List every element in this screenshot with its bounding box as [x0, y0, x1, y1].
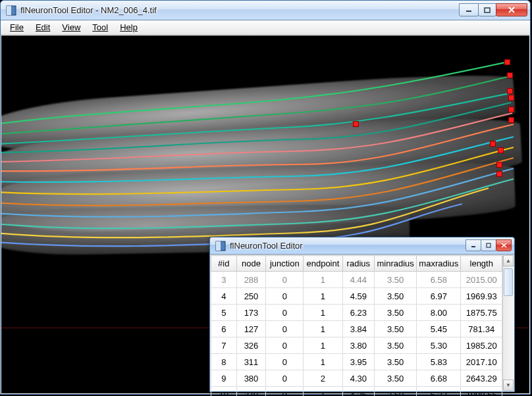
cell-minradius: 3.50	[374, 337, 416, 354]
endpoint-marker[interactable]	[507, 88, 513, 94]
col-length[interactable]: length	[461, 256, 502, 272]
cell-radius: 4.59	[342, 288, 374, 305]
cell-maxradius: 5.30	[417, 337, 461, 354]
cell-minradius: 3.50	[374, 387, 416, 397]
endpoint-marker[interactable]	[353, 121, 359, 127]
cell-id: 5	[211, 305, 237, 321]
maximize-button[interactable]	[478, 3, 496, 16]
cell-id: 7	[211, 337, 237, 354]
endpoint-marker[interactable]	[508, 117, 514, 123]
cell-endpoint: 1	[304, 321, 343, 337]
cell-endpoint: 1	[304, 354, 343, 370]
cell-endpoint: 1	[304, 337, 343, 354]
endpoint-marker[interactable]	[496, 171, 502, 177]
maximize-button[interactable]	[481, 239, 496, 251]
col-maxradius[interactable]: maxradius	[417, 256, 461, 272]
minimize-button[interactable]	[459, 3, 479, 16]
table-row[interactable]: 5173016.233.508.001875.75	[211, 305, 502, 321]
cell-node: 326	[236, 337, 266, 354]
app-icon	[6, 5, 16, 16]
table-row[interactable]: 4250014.593.506.971969.93	[211, 288, 502, 305]
table-row[interactable]: 6127013.843.505.45781.34	[211, 321, 502, 337]
close-button[interactable]	[496, 239, 512, 251]
cell-radius: 4.30	[342, 370, 374, 387]
menu-view[interactable]: View	[57, 21, 86, 34]
data-window: flNeuronTool Editor #id node ju	[209, 237, 515, 392]
cell-radius: 4.44	[342, 272, 374, 288]
endpoint-marker[interactable]	[490, 141, 496, 147]
scroll-down-button[interactable]: ▼	[503, 380, 514, 391]
col-endpoint[interactable]: endpoint	[304, 256, 343, 272]
cell-radius: 6.23	[342, 305, 374, 321]
minimize-button[interactable]	[466, 239, 481, 251]
app-icon	[215, 241, 226, 251]
window-buttons	[466, 240, 512, 251]
cell-junction: 0	[266, 305, 304, 321]
cell-junction: 0	[266, 387, 304, 397]
cell-endpoint: 1	[304, 272, 343, 288]
cell-node: 173	[236, 305, 266, 321]
cell-minradius: 3.50	[374, 272, 416, 288]
col-junction[interactable]: junction	[266, 256, 304, 272]
cell-junction: 0	[266, 272, 304, 288]
data-table-area: #id node junction endpoint radius minrad…	[211, 255, 514, 391]
cell-minradius: 3.50	[374, 354, 416, 370]
cell-length: 2017.10	[461, 354, 502, 370]
cell-length: 2015.00	[461, 272, 502, 288]
cell-node: 380	[236, 370, 266, 387]
table-row[interactable]: 9380024.303.506.682643.29	[211, 370, 502, 387]
cell-length: 1998.55	[461, 387, 502, 397]
endpoint-marker[interactable]	[507, 72, 513, 78]
cell-minradius: 3.50	[374, 370, 416, 387]
cell-junction: 0	[266, 370, 304, 387]
cell-endpoint: 1	[304, 387, 343, 397]
close-button[interactable]	[496, 3, 527, 16]
endpoint-marker[interactable]	[508, 107, 514, 112]
svg-rect-1	[7, 6, 11, 15]
table-body: 3288014.443.506.582015.004250014.593.506…	[211, 272, 502, 397]
scroll-up-button[interactable]: ▲	[503, 255, 514, 266]
cell-id: 6	[211, 321, 237, 337]
menu-edit[interactable]: Edit	[30, 21, 55, 34]
cell-length: 1985.20	[461, 337, 502, 354]
menu-help[interactable]: Help	[115, 21, 143, 34]
svg-rect-7	[216, 241, 221, 251]
cell-maxradius: 6.58	[417, 272, 461, 288]
endpoint-marker[interactable]	[496, 162, 502, 168]
cell-node: 311	[236, 354, 266, 370]
menubar: File Edit View Tool Help	[1, 20, 530, 35]
col-node[interactable]: node	[236, 256, 266, 272]
cell-endpoint: 2	[304, 370, 343, 387]
vertical-scrollbar[interactable]: ▲ ▼	[502, 255, 514, 391]
svg-rect-9	[487, 243, 491, 247]
endpoint-marker[interactable]	[498, 147, 504, 153]
table-row[interactable]: 8311013.953.505.832017.10	[211, 354, 502, 370]
menu-file[interactable]: File	[5, 21, 29, 34]
table-row[interactable]: 10270014.353.506.321998.55	[211, 387, 502, 397]
col-radius[interactable]: radius	[342, 256, 374, 272]
cell-node: 288	[236, 272, 266, 288]
cell-length: 781.34	[461, 321, 502, 337]
cell-maxradius: 5.83	[417, 354, 461, 370]
cell-junction: 0	[266, 321, 304, 337]
cell-junction: 0	[266, 354, 304, 370]
table-header: #id node junction endpoint radius minrad…	[211, 256, 502, 272]
cell-length: 1875.75	[461, 305, 502, 321]
menu-tool[interactable]: Tool	[87, 21, 113, 34]
col-id[interactable]: #id	[211, 256, 237, 272]
cell-minradius: 3.50	[374, 321, 416, 337]
col-minradius[interactable]: minradius	[374, 256, 416, 272]
main-titlebar[interactable]: flNeuronTool Editor - NM2_006_4.tif	[1, 1, 530, 20]
table-row[interactable]: 3288014.443.506.582015.00	[211, 272, 502, 288]
cell-radius: 3.95	[342, 354, 374, 370]
endpoint-marker[interactable]	[508, 95, 514, 101]
cell-radius: 3.80	[342, 337, 374, 354]
cell-radius: 4.35	[342, 387, 374, 397]
scroll-thumb[interactable]	[504, 268, 513, 296]
table-row[interactable]: 7326013.803.505.301985.20	[211, 337, 502, 354]
cell-node: 127	[236, 321, 266, 337]
endpoint-marker[interactable]	[504, 59, 510, 65]
svg-rect-2	[466, 11, 471, 12]
data-window-title: flNeuronTool Editor	[230, 241, 466, 251]
data-titlebar[interactable]: flNeuronTool Editor	[210, 237, 514, 255]
